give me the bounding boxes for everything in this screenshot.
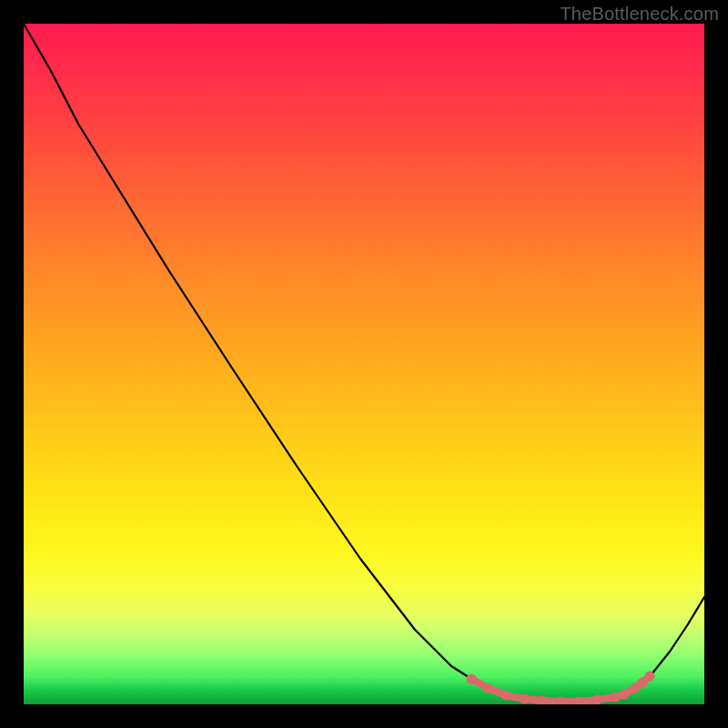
chart-frame <box>24 24 704 704</box>
chart-svg <box>24 24 704 704</box>
highlight-dot <box>592 695 602 705</box>
highlight-dot <box>467 674 477 684</box>
highlight-dot <box>611 693 621 703</box>
highlight-dot <box>556 697 566 705</box>
bottleneck-curve <box>24 24 704 702</box>
highlight-dot <box>483 683 493 693</box>
highlight-dot <box>520 694 530 704</box>
highlight-dot <box>620 690 630 700</box>
watermark-text: TheBottleneck.com <box>560 4 719 25</box>
highlight-dot <box>645 672 655 682</box>
highlight-dot <box>501 691 511 701</box>
